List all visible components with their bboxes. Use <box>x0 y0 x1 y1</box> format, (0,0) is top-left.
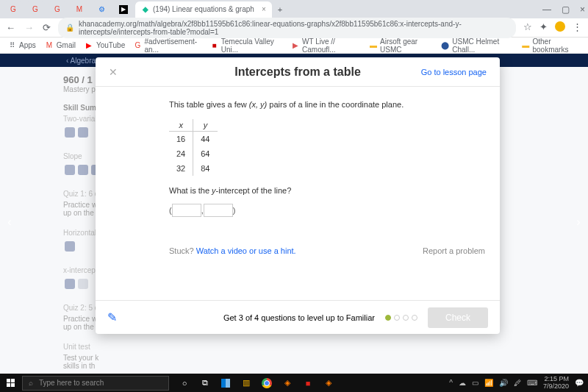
bookmark-item[interactable]: ■Temecula Valley Uni... <box>210 38 282 54</box>
taskbar-app[interactable]: ■ <box>300 375 316 391</box>
browser-tab[interactable]: ⚙ <box>91 1 112 18</box>
favicon-dark: ▶ <box>119 5 128 14</box>
apps-icon: ⠿ <box>7 41 16 50</box>
bookmark-item[interactable]: ▶WT Live // Camoufl... <box>292 38 361 54</box>
breadcrumb[interactable]: ‹ Algebra I <box>66 57 100 65</box>
favicon-google: G <box>9 5 18 14</box>
col-header-x: x <box>169 119 193 132</box>
folder-icon: ▬ <box>370 41 377 50</box>
apps-button[interactable]: ⠿Apps <box>7 41 36 50</box>
browser-tab-active[interactable]: ◆ (194) Linear equations & graph × <box>135 1 272 18</box>
x-input[interactable] <box>172 204 201 217</box>
browser-tab[interactable]: G <box>47 1 68 18</box>
answer-input-row: ( , ) <box>169 204 485 217</box>
reload-icon[interactable]: ⟳ <box>43 22 51 33</box>
task-view-icon[interactable]: ⧉ <box>197 375 213 391</box>
svg-rect-3 <box>11 383 15 387</box>
youtube-icon: ▶ <box>85 41 93 50</box>
col-header-y: y <box>193 119 218 132</box>
taskbar-app[interactable]: ◈ <box>279 375 295 391</box>
chrome-icon[interactable] <box>259 375 275 391</box>
taskbar-clock[interactable]: 2:15 PM 7/9/2020 <box>543 376 569 391</box>
browser-tab[interactable]: G <box>3 1 24 18</box>
page-icon: ▶ <box>292 41 299 50</box>
taskbar-search[interactable]: ⌕Type here to search <box>22 376 169 391</box>
favicon-khan: ◆ <box>141 5 150 14</box>
battery-icon[interactable]: ▭ <box>472 379 478 387</box>
start-button[interactable] <box>0 379 22 388</box>
browser-tab[interactable]: M <box>69 1 90 18</box>
folder-icon: ▬ <box>522 41 529 50</box>
progress-text: Get 3 of 4 questions to level up to Fami… <box>223 313 375 322</box>
settings-icon: ⚙ <box>97 5 106 14</box>
bookmarks-bar: ⠿Apps MGmail ▶YouTube G#advertisement-an… <box>0 38 588 54</box>
favicon-google: G <box>134 41 141 50</box>
favicon-google: G <box>53 5 62 14</box>
maximize-icon[interactable]: ▢ <box>562 4 570 15</box>
bookmark-item[interactable]: MGmail <box>45 41 76 50</box>
table-row: 3284 <box>169 161 218 176</box>
progress-dot <box>394 315 400 321</box>
report-problem-link[interactable]: Report a problem <box>423 246 485 255</box>
other-bookmarks[interactable]: ▬Other bookmarks <box>522 38 581 54</box>
progress-dots <box>385 315 417 321</box>
next-arrow-icon[interactable]: › <box>572 215 585 229</box>
gmail-icon: M <box>45 41 54 50</box>
tab-title: (194) Linear equations & graph <box>153 5 254 13</box>
profile-icon[interactable] <box>555 21 565 34</box>
browser-tab[interactable]: G <box>25 1 46 18</box>
page-icon: ⬤ <box>441 41 449 50</box>
bookmark-item[interactable]: ▬Airsoft gear USMC <box>370 38 433 54</box>
language-icon[interactable]: 🖉 <box>514 379 521 387</box>
tray-chevron-icon[interactable]: ^ <box>449 379 453 387</box>
volume-icon[interactable]: 🔊 <box>499 379 508 387</box>
svg-rect-1 <box>11 379 15 382</box>
minimize-icon[interactable]: — <box>542 4 551 15</box>
star-icon[interactable]: ☆ <box>523 21 532 34</box>
progress-dot <box>403 315 409 321</box>
prev-arrow-icon[interactable]: ‹ <box>3 215 16 229</box>
lock-icon: 🔒 <box>65 24 74 32</box>
back-icon[interactable]: ← <box>6 22 15 33</box>
page-icon: ■ <box>210 41 218 50</box>
notifications-icon[interactable]: 💬 <box>575 379 584 387</box>
progress-dot <box>385 315 391 321</box>
stuck-hint: Stuck? Watch a video or use a hint. <box>169 246 296 255</box>
bookmark-item[interactable]: G#advertisement-an... <box>134 38 201 54</box>
cortana-icon[interactable]: ○ <box>176 375 193 391</box>
taskbar-app[interactable]: ◈ <box>320 375 337 391</box>
svg-rect-0 <box>7 379 10 382</box>
lesson-page-link[interactable]: Go to lesson page <box>421 68 487 76</box>
wifi-icon[interactable]: 📶 <box>484 379 493 387</box>
page-content: ‹ Algebra I Unit: Linear equations & gra… <box>0 54 588 374</box>
svg-rect-2 <box>7 383 10 387</box>
table-row: 2464 <box>169 146 218 161</box>
y-input[interactable] <box>204 204 233 217</box>
question-text: What is the y-intercept of the line? <box>169 186 485 195</box>
forward-icon[interactable]: → <box>24 22 34 33</box>
close-icon[interactable]: × <box>262 5 266 13</box>
menu-icon[interactable]: ⋮ <box>573 21 582 34</box>
favicon-gmail: M <box>75 5 84 14</box>
address-bar[interactable]: 🔒 khanacademy.org/math/algebra/x2f8bb115… <box>58 18 516 38</box>
check-button[interactable]: Check <box>428 307 488 328</box>
taskbar-app[interactable]: ▥ <box>238 375 254 391</box>
extensions-icon[interactable]: ✦ <box>539 21 548 34</box>
browser-tab[interactable]: ▶ <box>113 1 134 18</box>
problem-prompt: This table gives a few (x, y) pairs of a… <box>169 100 485 109</box>
hint-link[interactable]: Watch a video or use a hint. <box>196 246 296 255</box>
browser-tab-strip: G G G M ⚙ ▶ ◆ (194) Linear equations & g… <box>0 0 588 18</box>
xy-table: xy 1644 2464 3284 <box>169 119 218 176</box>
bookmark-item[interactable]: ⬤USMC Helmet Chall... <box>441 38 513 54</box>
keyboard-icon[interactable]: ⌨ <box>527 379 537 387</box>
bookmark-item[interactable]: ▶YouTube <box>85 41 125 50</box>
scratchpad-icon[interactable]: ✎ <box>107 310 117 324</box>
onedrive-icon[interactable]: ☁ <box>459 379 466 387</box>
url-text: khanacademy.org/math/algebra/x2f8bb11595… <box>79 20 509 36</box>
table-row: 1644 <box>169 132 218 147</box>
exercise-modal: ✕ Intercepts from a table Go to lesson p… <box>96 57 500 334</box>
taskbar-app[interactable] <box>218 375 234 391</box>
close-icon[interactable]: × <box>580 4 585 15</box>
progress-dot <box>412 315 417 321</box>
new-tab-button[interactable]: + <box>273 5 287 14</box>
